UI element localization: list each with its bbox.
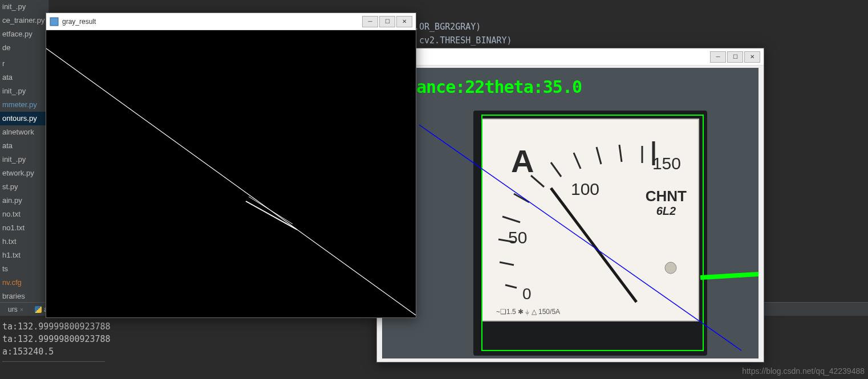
file-item-ammeter[interactable]: mmeter.py: [0, 98, 48, 112]
code-fragment: cv2.THRESH_BINARY): [414, 35, 512, 46]
svg-line-18: [46, 48, 416, 315]
tab-contours[interactable]: urs×: [2, 304, 29, 315]
python-icon: [35, 306, 42, 313]
svg-line-19: [246, 201, 297, 230]
code-fragment: .OR_BGR2GRAY): [414, 22, 481, 32]
svg-line-15: [700, 274, 759, 278]
window-title: gray_result: [62, 18, 362, 26]
file-item[interactable]: ata: [0, 139, 48, 153]
svg-line-20: [249, 197, 293, 224]
file-item[interactable]: alnetwork: [0, 125, 48, 139]
gray-canvas: [46, 30, 416, 317]
file-item[interactable]: de: [0, 41, 48, 55]
file-item[interactable]: ts: [0, 262, 48, 276]
svg-rect-17: [50, 18, 58, 26]
file-item[interactable]: no1.txt: [0, 221, 48, 235]
minimize-button[interactable]: ─: [362, 16, 378, 27]
minimize-button[interactable]: ─: [710, 51, 726, 63]
maximize-button[interactable]: ☐: [727, 51, 743, 63]
window-titlebar[interactable]: gray_result ─ ☐ ✕: [46, 13, 416, 30]
project-file-tree[interactable]: init_.py ce_trainer.py etface.py de r at…: [0, 0, 49, 302]
file-item[interactable]: ce_trainer.py: [0, 14, 48, 27]
separator: [2, 361, 105, 362]
file-item[interactable]: r: [0, 57, 48, 71]
file-item-cfg[interactable]: nv.cfg: [0, 276, 48, 290]
edge-line-graphic: [46, 30, 416, 317]
close-icon[interactable]: ×: [20, 306, 23, 313]
file-item[interactable]: st.py: [0, 180, 48, 194]
file-item[interactable]: etface.py: [0, 27, 48, 41]
file-item[interactable]: init_.py: [0, 84, 48, 98]
contour-rect: [481, 115, 704, 351]
file-item[interactable]: h.txt: [0, 235, 48, 248]
file-item[interactable]: ata: [0, 71, 48, 84]
opencv-window-gray-result[interactable]: gray_result ─ ☐ ✕: [46, 13, 416, 318]
photo-canvas: A 0 50 100 150 CHNT 6L2 ~❏1.5 ✱ ⏚ △ 150/…: [382, 68, 759, 358]
close-button[interactable]: ✕: [744, 51, 760, 63]
file-item[interactable]: init_.py: [0, 153, 48, 166]
opencv-window-photo[interactable]: ─ ☐ ✕ A 0 50 100 150 CHNT 6L2: [376, 48, 764, 362]
file-item[interactable]: etwork.py: [0, 166, 48, 180]
overlay-text: ance:22theta:35.0: [416, 77, 582, 97]
file-item[interactable]: init_.py: [0, 0, 48, 14]
file-item[interactable]: ain.py: [0, 194, 48, 207]
file-item[interactable]: braries: [0, 290, 48, 302]
file-item-contours[interactable]: ontours.py: [0, 112, 48, 125]
app-icon: [50, 17, 59, 26]
window-titlebar[interactable]: ─ ☐ ✕: [377, 48, 764, 66]
close-button[interactable]: ✕: [396, 16, 412, 27]
file-item[interactable]: no.txt: [0, 207, 48, 221]
watermark: https://blog.csdn.net/qq_42239488: [742, 366, 865, 376]
maximize-button[interactable]: ☐: [379, 16, 395, 27]
file-item[interactable]: h1.txt: [0, 248, 48, 262]
